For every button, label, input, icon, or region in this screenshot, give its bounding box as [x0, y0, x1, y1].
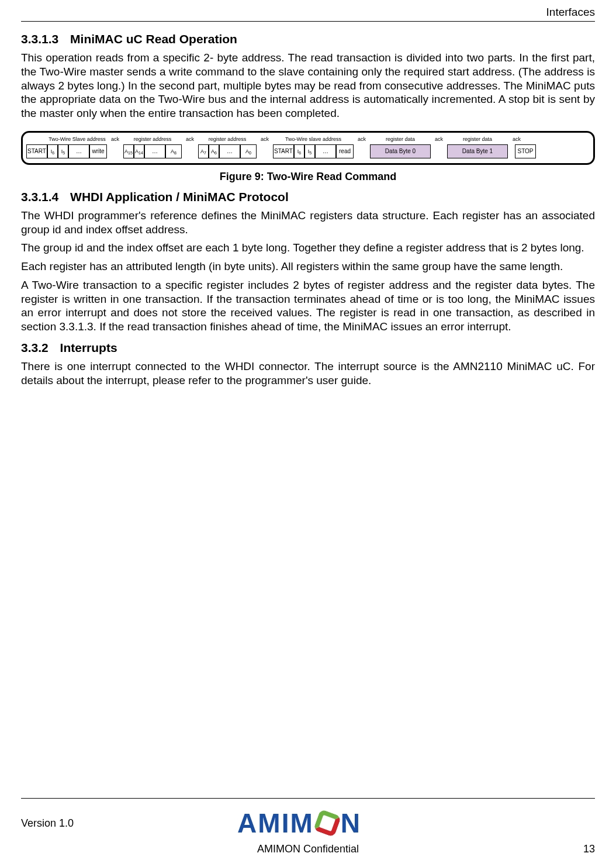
- heading-title: MiniMAC uC Read Operation: [70, 32, 237, 46]
- heading-number: 3.3.2: [21, 341, 49, 354]
- version-label: Version 1.0: [21, 817, 74, 830]
- cell-write: write: [89, 144, 107, 158]
- label-ack: ack: [182, 136, 198, 142]
- cell-i5b: I5: [304, 144, 315, 158]
- paragraph: A Two-Wire transaction to a specific reg…: [21, 278, 595, 334]
- page-footer: Version 1.0 AMIM N AMIMON Confidential 1…: [21, 798, 595, 855]
- cell-stop: STOP: [515, 144, 536, 158]
- heading-number: 3.3.1.3: [21, 32, 58, 46]
- paragraph: There is one interrupt connected to the …: [21, 360, 595, 388]
- heading-3-3-1-3: 3.3.1.3 MiniMAC uC Read Operation: [21, 32, 595, 46]
- paragraph: This operation reads from a specific 2- …: [21, 51, 595, 120]
- paragraph: Each register has an attributed length (…: [21, 260, 595, 274]
- heading-number: 3.3.1.4: [21, 190, 58, 203]
- logo-text-left: AMIM: [237, 807, 314, 839]
- figure-cell-row: START I6 I5 … write A15 A14 … A8 A7 A6 ……: [26, 144, 590, 158]
- label-reg-addr: register address: [198, 136, 257, 142]
- header-section-label: Interfaces: [21, 0, 595, 19]
- label-slave-addr-w: Two-Wire Slave address: [47, 136, 107, 142]
- label-reg-data: register data: [447, 136, 508, 142]
- cell-start: START: [26, 144, 47, 158]
- cell-a14: A14: [134, 144, 144, 158]
- cell-start2: START: [273, 144, 294, 158]
- cell-i5: I5: [58, 144, 68, 158]
- page-number: 13: [583, 843, 595, 855]
- heading-3-3-2: 3.3.2 Interrupts: [21, 341, 595, 355]
- logo-text-right: N: [341, 807, 361, 839]
- label-slave-addr-r: Two-Wire slave address: [273, 136, 354, 142]
- footer-rule: [21, 798, 595, 799]
- cell-a15: A15: [123, 144, 134, 158]
- label-ack: ack: [508, 136, 525, 142]
- cell-a8: A8: [165, 144, 182, 158]
- label-ack: ack: [257, 136, 273, 142]
- cell-read: read: [336, 144, 354, 158]
- paragraph: The group id and the index offset are ea…: [21, 241, 595, 255]
- amimon-logo: AMIM N: [237, 807, 361, 839]
- figure-caption: Figure 9: Two-Wire Read Command: [21, 171, 595, 183]
- label-ack: ack: [107, 136, 123, 142]
- heading-3-3-1-4: 3.3.1.4 WHDI Application / MiniMAC Proto…: [21, 190, 595, 204]
- confidential-label: AMIMON Confidential: [257, 843, 359, 855]
- heading-title: WHDI Application / MiniMAC Protocol: [70, 190, 289, 203]
- label-ack: ack: [354, 136, 370, 142]
- cell-data-byte-0: Data Byte 0: [370, 144, 431, 158]
- cell-dots: …: [68, 144, 89, 158]
- cell-dots: …: [144, 144, 165, 158]
- header-rule: [21, 21, 595, 22]
- figure-label-row: Two-Wire Slave address ack register addr…: [26, 136, 590, 142]
- cell-i6: I6: [47, 144, 58, 158]
- cell-i6b: I6: [294, 144, 304, 158]
- paragraph: The WHDI programmer's reference defines …: [21, 209, 595, 237]
- cell-a6: A6: [209, 144, 219, 158]
- cell-data-byte-1: Data Byte 1: [447, 144, 508, 158]
- heading-title: Interrupts: [60, 341, 117, 354]
- figure-two-wire-read: Two-Wire Slave address ack register addr…: [21, 131, 595, 165]
- cell-a7: A7: [198, 144, 209, 158]
- label-ack: ack: [431, 136, 447, 142]
- cell-dots: …: [219, 144, 240, 158]
- logo-mark-icon: [313, 809, 341, 838]
- cell-dots: …: [315, 144, 336, 158]
- label-reg-addr: register address: [123, 136, 182, 142]
- label-reg-data: register data: [370, 136, 431, 142]
- cell-a0: A0: [240, 144, 257, 158]
